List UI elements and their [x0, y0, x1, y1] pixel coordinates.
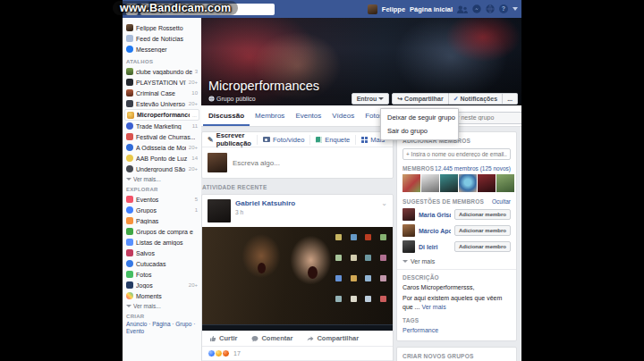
sidebar-item-events[interactable]: Eventos 5: [126, 194, 198, 205]
sidebar-item-pages[interactable]: Páginas: [126, 215, 198, 226]
profile-avatar: [126, 24, 133, 31]
share-button[interactable]: ↪ Compartilhar: [392, 93, 448, 105]
comment-button[interactable]: Comentar: [251, 334, 292, 342]
post-author-link[interactable]: Gabriel Katsuhiro: [235, 199, 295, 207]
sidebar-label: Festival de Churras...: [136, 134, 195, 140]
composer-tab-label: Enquete: [325, 136, 350, 144]
sidebar-item-saved[interactable]: Salvos: [126, 248, 198, 258]
member-avatar[interactable]: [421, 174, 439, 192]
tag-link[interactable]: Performance: [402, 326, 511, 334]
shortcuts-see-more-link[interactable]: Ver mais...: [126, 176, 198, 182]
add-member-button[interactable]: Adicionar membro: [454, 209, 511, 220]
sidebar-item-profile[interactable]: Felippe Rossetto: [126, 22, 198, 33]
member-avatar[interactable]: [440, 174, 458, 192]
help-icon[interactable]: ?: [499, 4, 508, 13]
notifications-button[interactable]: ✓ Notificações: [449, 93, 504, 105]
composer-input[interactable]: [233, 159, 387, 167]
member-avatar[interactable]: [402, 174, 420, 192]
like-button[interactable]: Curtir: [209, 334, 237, 342]
add-member-input[interactable]: [402, 148, 511, 160]
chevron-down-icon: [126, 178, 131, 180]
sidebar-item-news-feed[interactable]: Feed de Notícias: [126, 33, 198, 44]
sidebar-item-pokes[interactable]: Cutucadas: [126, 258, 198, 269]
see-more-label: Ver mais...: [133, 176, 161, 182]
tab-discussao[interactable]: Discussão: [203, 105, 250, 126]
more-options-button[interactable]: ...: [503, 93, 518, 105]
composer-tab-write-post[interactable]: ✎ Escrever publicação: [208, 135, 257, 145]
suggestion-name-link[interactable]: Maria Grisafi: [419, 212, 451, 218]
reaction-count[interactable]: 17: [233, 350, 241, 357]
post-menu-chevron-icon[interactable]: ⌄: [381, 199, 387, 207]
explore-see-more-link[interactable]: Ver mais...: [126, 303, 198, 309]
messenger-icon: [126, 46, 133, 53]
menu-item-unfollow-group[interactable]: Deixar de seguir grupo: [381, 111, 458, 124]
tab-videos[interactable]: Vídeos: [326, 105, 360, 126]
sidebar-item-group[interactable]: A Odisseia de Morar ... 20+: [126, 142, 198, 153]
group-photo-icon: [126, 133, 133, 140]
sidebar-item-group[interactable]: Underground São Pa... 20+: [126, 164, 198, 174]
reactions-row[interactable]: 17: [202, 347, 393, 361]
user-avatar[interactable]: [368, 4, 377, 14]
menu-item-leave-group[interactable]: Sair do grupo: [381, 124, 458, 138]
composer-tab-photo-video[interactable]: Foto/vídeo: [257, 135, 309, 145]
suggestion-avatar[interactable]: [402, 240, 415, 253]
member-avatar[interactable]: [459, 174, 477, 192]
composer-tab-poll[interactable]: Enquete: [309, 135, 355, 145]
sidebar-item-group[interactable]: PLAYSTATION VITA ... 20+: [126, 77, 198, 88]
tab-membros[interactable]: Membros: [250, 105, 290, 126]
sidebar-item-groups[interactable]: Grupos 1: [126, 205, 198, 215]
post-author-avatar[interactable]: [208, 199, 231, 222]
members-count-link[interactable]: 12.445 membros (125 novos): [435, 165, 511, 172]
member-avatar[interactable]: [496, 174, 514, 192]
add-member-button[interactable]: Adicionar membro: [454, 225, 511, 236]
member-avatar[interactable]: [478, 174, 496, 192]
user-name-link[interactable]: Felippe: [382, 5, 405, 13]
suggestions-see-more-link[interactable]: Ver mais: [402, 258, 511, 264]
sidebar-item-messenger[interactable]: Messenger: [126, 44, 198, 55]
left-sidebar: Felippe Rossetto Feed de Notícias Messen…: [123, 18, 201, 361]
sidebar-label: Fotos: [136, 272, 195, 278]
sidebar-item-group[interactable]: Criminal Case 10: [126, 88, 198, 98]
add-member-button[interactable]: Adicionar membro: [454, 241, 511, 252]
share-arrow-icon: [307, 335, 314, 342]
sidebar-item-group[interactable]: Trade Marketing 11: [126, 121, 198, 131]
home-link[interactable]: Página inicial: [410, 5, 453, 13]
group-cover-photo[interactable]: Microperformances Grupo público Entrou ↪…: [201, 18, 521, 105]
recent-activity-header: ATIVIDADE RECENTE: [202, 184, 393, 190]
check-icon: ✓: [453, 96, 459, 103]
sidebar-item-moments[interactable]: Moments: [126, 290, 198, 301]
joined-button[interactable]: Entrou: [352, 93, 390, 105]
unread-count: 20+: [189, 282, 198, 288]
tab-eventos[interactable]: Eventos: [290, 105, 326, 126]
sidebar-item-photos[interactable]: Fotos: [126, 269, 198, 280]
buy-sell-icon: [126, 228, 133, 235]
post-photo[interactable]: [202, 227, 393, 331]
suggestion-avatar[interactable]: [402, 208, 415, 221]
suggestion-avatar[interactable]: [402, 224, 415, 237]
sidebar-item-group[interactable]: clube vagabundo de ... 3: [126, 66, 198, 77]
hide-suggestions-link[interactable]: Ocultar: [492, 198, 511, 205]
post-timestamp[interactable]: 3 h: [235, 209, 295, 215]
sidebar-item-group[interactable]: Festival de Churras...: [126, 131, 198, 142]
sidebar-item-games[interactable]: Jogos 20+: [126, 280, 198, 290]
friend-requests-icon[interactable]: [457, 5, 468, 13]
suggestion-row: Di Ieiri Adicionar membro: [402, 240, 511, 253]
composer-tab-label: Escrever publicação: [216, 131, 251, 147]
see-more-label: Ver mais...: [133, 303, 161, 309]
share-button[interactable]: Compartilhar: [307, 334, 359, 342]
group-tabbar: Discussão Membros Eventos Vídeos Fotos A…: [201, 105, 521, 127]
create-links[interactable]: Anúncio · Página · Grupo · Evento: [126, 321, 198, 336]
create-groups-title: CRIAR NOVOS GRUPOS: [402, 353, 511, 359]
notifications-globe-icon[interactable]: [486, 4, 495, 13]
sidebar-item-group[interactable]: Estevão Universo Me... 20+: [126, 98, 198, 109]
suggestion-name-link[interactable]: Di Ieiri: [419, 244, 451, 250]
sidebar-item-friend-lists[interactable]: Listas de amigos: [126, 237, 198, 248]
account-menu-caret-icon[interactable]: [513, 7, 518, 11]
description-see-more-link[interactable]: Ver mais: [421, 304, 445, 310]
sidebar-item-buy-sell-groups[interactable]: Grupos de compra e ...: [126, 226, 198, 237]
more-options-dots: ...: [192, 113, 197, 118]
sidebar-item-group-microperformances[interactable]: Microperformances ...: [124, 109, 199, 121]
messenger-icon[interactable]: [472, 4, 481, 13]
sidebar-item-group[interactable]: AAB Ponto de Luz 14: [126, 153, 198, 164]
suggestion-name-link[interactable]: Márcio Apolinário: [419, 228, 451, 234]
